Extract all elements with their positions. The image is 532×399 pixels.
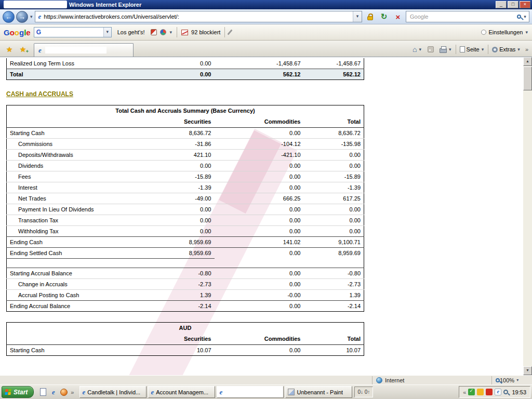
row-label: Starting Cash bbox=[7, 128, 137, 139]
close-button[interactable]: × bbox=[520, 1, 530, 8]
stop-button[interactable]: × bbox=[392, 11, 404, 22]
search-box[interactable]: ▾ bbox=[406, 11, 529, 22]
row-value: 0.00 bbox=[215, 226, 304, 237]
google-logo-letter: o bbox=[15, 28, 19, 37]
zoom-control[interactable]: 100% ▾ bbox=[491, 376, 532, 384]
rss-feed-icon bbox=[428, 46, 434, 52]
tray-chevron-icon[interactable]: « bbox=[463, 389, 466, 395]
table-row: Fees-15.890.00-15.89 bbox=[7, 171, 364, 182]
security-zone-pane: Internet bbox=[372, 376, 491, 384]
row-value: 8,959.69 bbox=[137, 237, 215, 248]
zoom-icon bbox=[496, 378, 500, 382]
home-button[interactable]: ⌂ ▾ bbox=[410, 44, 424, 55]
settings-radio-icon bbox=[481, 30, 486, 35]
maximize-button[interactable]: □ bbox=[508, 1, 518, 8]
page-dropdown-icon[interactable]: ▾ bbox=[481, 47, 485, 52]
settings-dropdown-icon[interactable]: ▾ bbox=[525, 30, 528, 35]
table-row: Transaction Tax0.000.000.00 bbox=[7, 215, 364, 226]
ie-tray-icon[interactable] bbox=[495, 389, 501, 395]
google-settings-button[interactable]: Einstellungen bbox=[488, 29, 523, 35]
row-value: 1.39 bbox=[137, 290, 215, 301]
bookmark-icon[interactable] bbox=[151, 29, 157, 35]
taskbar-task-button[interactable]: eAccount Managem... bbox=[148, 386, 215, 398]
favorites-star-icon: ★ bbox=[6, 45, 13, 54]
magnifier-icon[interactable] bbox=[503, 390, 508, 394]
google-go-button[interactable]: Los geht's! bbox=[115, 28, 148, 36]
taskbar-task-button[interactable]: eCandletalk | Individ... bbox=[79, 386, 147, 398]
quicklaunch-ie-icon[interactable]: e bbox=[49, 388, 58, 396]
quicklaunch-browser-icon[interactable] bbox=[59, 388, 68, 396]
table-row: Ending Accrual Balance-2.140.00-2.14 bbox=[7, 301, 364, 312]
status-bar: Internet 100% ▾ bbox=[0, 375, 532, 384]
refresh-button[interactable]: ↻ bbox=[378, 11, 390, 22]
taskbar-task-button[interactable]: e bbox=[217, 386, 284, 398]
zoom-dropdown-icon[interactable]: ▾ bbox=[516, 378, 518, 382]
row-value: -1,458.67 bbox=[304, 58, 364, 69]
share-icon[interactable] bbox=[160, 29, 166, 35]
print-button[interactable]: ▾ bbox=[437, 45, 454, 54]
tools-menu-button[interactable]: Extras ▾ bbox=[490, 45, 523, 54]
row-value: 0.00 bbox=[215, 301, 304, 312]
row-label: Dividends bbox=[7, 161, 137, 171]
printer-icon bbox=[440, 48, 447, 53]
feeds-button[interactable] bbox=[425, 45, 436, 54]
windows-flag-icon bbox=[5, 389, 11, 395]
shield-icon[interactable] bbox=[468, 389, 475, 395]
taskbar-task-button[interactable]: Unbenannt - Paint bbox=[285, 386, 352, 398]
toolbar-overflow-icon[interactable]: » bbox=[524, 46, 529, 52]
vertical-scrollbar[interactable]: ▲ ▼ bbox=[523, 57, 532, 375]
row-value: -2.14 bbox=[304, 301, 364, 312]
favorites-center-button[interactable]: ★ bbox=[3, 43, 16, 56]
table-row: Realized Long Term Loss0.00-1,458.67-1,4… bbox=[7, 58, 364, 69]
row-value: -2.73 bbox=[304, 279, 364, 290]
scroll-up-button[interactable]: ▲ bbox=[523, 57, 532, 66]
address-field[interactable]: e ▾ bbox=[35, 11, 362, 22]
google-combo-dropdown-icon[interactable]: ▾ bbox=[103, 28, 111, 37]
active-tab[interactable]: e bbox=[34, 43, 134, 57]
scrollbar-thumb[interactable] bbox=[523, 66, 532, 90]
forward-button[interactable]: → bbox=[16, 11, 28, 23]
popup-blocked-count[interactable]: 92 blockiert bbox=[191, 29, 220, 35]
url-input[interactable] bbox=[43, 13, 353, 20]
row-label: Withholding Tax bbox=[7, 226, 137, 237]
scroll-down-button[interactable]: ▼ bbox=[523, 366, 532, 375]
home-dropdown-icon[interactable]: ▾ bbox=[418, 47, 422, 52]
search-icon[interactable] bbox=[517, 15, 521, 19]
row-value: 0.00 bbox=[137, 69, 215, 80]
row-label: Fees bbox=[7, 171, 137, 182]
quicklaunch-document-icon[interactable] bbox=[38, 388, 47, 396]
title-bar: Windows Internet Explorer _ □ × bbox=[0, 0, 532, 9]
share-dropdown-icon[interactable]: ▾ bbox=[169, 30, 173, 35]
google-search-combo[interactable]: G ▾ bbox=[34, 27, 112, 37]
page-menu-label: Seite bbox=[467, 46, 480, 52]
start-button[interactable]: Start bbox=[2, 386, 34, 398]
task-label: Unbenannt - Paint bbox=[297, 389, 343, 395]
minimize-button[interactable]: _ bbox=[496, 1, 507, 8]
popup-blocker-icon[interactable] bbox=[181, 30, 188, 35]
add-favorite-button[interactable]: ★ + bbox=[16, 43, 30, 56]
search-input[interactable] bbox=[409, 13, 517, 20]
quicklaunch-overflow-icon[interactable]: » bbox=[70, 389, 75, 395]
address-dropdown-icon[interactable]: ▾ bbox=[353, 11, 362, 22]
security-lock-button[interactable] bbox=[364, 11, 376, 22]
table-row: Accrual Posting to Cash1.39-0.001.39 bbox=[7, 290, 364, 301]
row-value: 0.00 bbox=[215, 171, 304, 182]
table-row: Starting Accrual Balance-0.800.00-0.80 bbox=[7, 268, 364, 279]
row-value: 0.00 bbox=[215, 161, 304, 171]
update-icon[interactable] bbox=[477, 389, 484, 395]
history-dropdown-icon[interactable]: ▾ bbox=[30, 14, 33, 19]
col-head-total: Total bbox=[304, 333, 364, 345]
antivirus-icon[interactable] bbox=[486, 389, 493, 395]
highlighter-icon[interactable] bbox=[228, 29, 233, 35]
cash-and-accruals-link[interactable]: CASH and ACCRUALS bbox=[6, 90, 73, 98]
tools-dropdown-icon[interactable]: ▾ bbox=[517, 47, 521, 52]
page-menu-button[interactable]: Seite ▾ bbox=[458, 45, 487, 54]
google-logo: Google bbox=[4, 28, 31, 37]
print-dropdown-icon[interactable]: ▾ bbox=[448, 47, 452, 52]
row-value: 421.10 bbox=[137, 150, 215, 161]
redacted-task-label bbox=[224, 389, 281, 396]
row-value: 0.00 bbox=[137, 58, 215, 69]
table-title: AUD bbox=[7, 323, 364, 334]
zone-label: Internet bbox=[385, 377, 404, 383]
back-button[interactable]: ← bbox=[3, 11, 15, 23]
